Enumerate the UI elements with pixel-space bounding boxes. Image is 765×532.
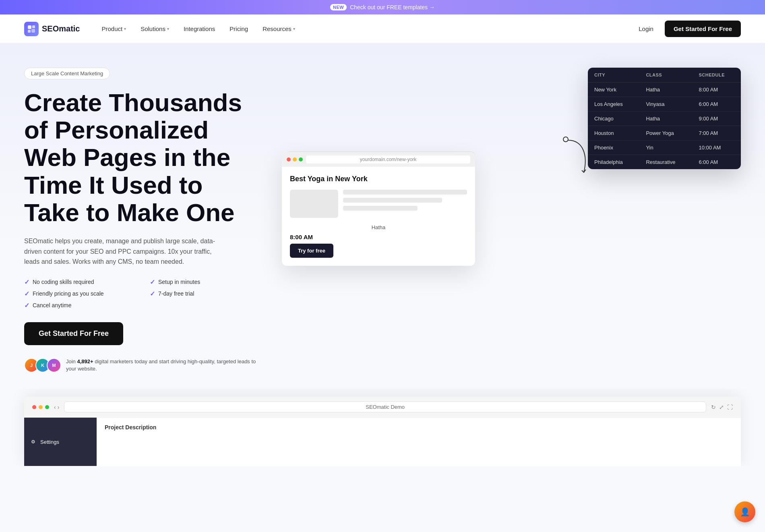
- social-proof-text: Join 4,892+ digital marketers today and …: [66, 358, 266, 373]
- data-table-card: CITY CLASS SCHEDULE New YorkHatha8:00 AM…: [588, 68, 741, 169]
- demo-main: Project Description: [97, 418, 741, 466]
- check-icon: ✓: [150, 278, 155, 286]
- nav-links: Product ▾ Solutions ▾ Integrations Prici…: [96, 22, 634, 35]
- table-cell: Phoenix: [588, 141, 639, 155]
- table-row: PhiladelphiaRestaurative6:00 AM: [588, 155, 741, 170]
- nav-product[interactable]: Product ▾: [96, 22, 132, 35]
- table-cell: Philadelphia: [588, 155, 639, 170]
- demo-browser-bar: ‹ › SEOmatic Demo ↻ ⤢ ⛶: [24, 397, 741, 418]
- table-cell: Yin: [639, 141, 692, 155]
- bottom-section: ‹ › SEOmatic Demo ↻ ⤢ ⛶ ⚙ Settings Proje…: [0, 389, 765, 466]
- table-cell: 6:00 AM: [692, 97, 741, 112]
- arrow-decoration: [560, 136, 592, 176]
- svg-rect-3: [31, 29, 35, 33]
- svg-rect-0: [28, 25, 31, 29]
- new-badge: NEW: [330, 4, 347, 10]
- table-row: New YorkHatha8:00 AM: [588, 83, 741, 97]
- check-icon: ✓: [24, 290, 29, 298]
- nav-resources[interactable]: Resources ▾: [257, 22, 301, 35]
- table-cell: Power Yoga: [639, 126, 692, 141]
- demo-main-title: Project Description: [105, 424, 733, 431]
- browser-dot-green: [299, 157, 303, 161]
- yoga-time: 8:00 AM: [290, 234, 467, 240]
- table-cell: Los Angeles: [588, 97, 639, 112]
- table-row: HoustonPower Yoga7:00 AM: [588, 126, 741, 141]
- table-cell: Houston: [588, 126, 639, 141]
- check-item-3: ✓ Friendly pricing as you scale: [24, 290, 140, 298]
- hero-left: Large Scale Content Marketing Create Tho…: [24, 68, 266, 373]
- demo-browser-actions: ↻ ⤢ ⛶: [711, 404, 733, 410]
- check-item-1: ✓ No coding skills required: [24, 278, 140, 286]
- nav-pricing[interactable]: Pricing: [224, 22, 254, 35]
- fullscreen-icon[interactable]: ⛶: [727, 404, 733, 410]
- check-icon: ✓: [150, 290, 155, 298]
- browser-content: Best Yoga in New York Hatha 8:00 AM Try …: [282, 167, 475, 266]
- table-cell: New York: [588, 83, 639, 97]
- hero-badge: Large Scale Content Marketing: [24, 68, 110, 79]
- chevron-down-icon: ▾: [167, 27, 169, 31]
- chevron-down-icon: ▾: [124, 27, 126, 31]
- settings-icon: ⚙: [29, 438, 37, 446]
- table-row: PhoenixYin10:00 AM: [588, 141, 741, 155]
- demo-browser-dots: [32, 405, 49, 409]
- table-cell: Hatha: [639, 112, 692, 126]
- nav-cta-button[interactable]: Get Started For Free: [665, 21, 741, 37]
- nav-arrows: ‹ ›: [54, 404, 59, 410]
- check-item-2: ✓ Setup in minutes: [150, 278, 266, 286]
- logo[interactable]: SEOmatic: [24, 22, 80, 36]
- table-cell: Restaurative: [639, 155, 692, 170]
- nav-integrations[interactable]: Integrations: [178, 22, 221, 35]
- external-link-icon[interactable]: ⤢: [719, 404, 724, 410]
- browser-card: yourdomain.com/new-york Best Yoga in New…: [282, 152, 475, 266]
- hero-right: CITY CLASS SCHEDULE New YorkHatha8:00 AM…: [290, 68, 741, 269]
- table-cell: 10:00 AM: [692, 141, 741, 155]
- browser-page-title: Best Yoga in New York: [290, 175, 467, 183]
- logo-text: SEOmatic: [42, 24, 80, 33]
- settings-label: Settings: [40, 439, 59, 445]
- forward-icon[interactable]: ›: [58, 404, 60, 410]
- browser-dot-red: [287, 157, 291, 161]
- nav-solutions[interactable]: Solutions ▾: [135, 22, 175, 35]
- hero-checks: ✓ No coding skills required ✓ Setup in m…: [24, 278, 266, 309]
- content-text-lines: [343, 190, 467, 218]
- check-icon: ✓: [24, 302, 29, 309]
- browser-bar: yourdomain.com/new-york: [282, 152, 475, 167]
- demo-sidebar: ⚙ Settings: [24, 418, 97, 466]
- avatar: M: [47, 358, 61, 373]
- content-image-placeholder: [290, 190, 338, 218]
- refresh-icon[interactable]: ↻: [711, 404, 716, 410]
- browser-dots: [287, 157, 303, 161]
- navbar: SEOmatic Product ▾ Solutions ▾ Integrati…: [0, 14, 765, 43]
- table-cell: 7:00 AM: [692, 126, 741, 141]
- hero-cta-button[interactable]: Get Started For Free: [24, 322, 123, 345]
- text-placeholder: [343, 206, 418, 211]
- banner-link[interactable]: Check out our FREE templates →: [350, 4, 435, 10]
- table-cell: Vinyasa: [639, 97, 692, 112]
- logo-icon: [24, 22, 39, 36]
- hero-title: Create Thousands of Personalized Web Pag…: [24, 89, 266, 226]
- svg-rect-2: [28, 30, 31, 33]
- table-cell: 8:00 AM: [692, 83, 741, 97]
- check-icon: ✓: [24, 278, 29, 286]
- table-cell: 9:00 AM: [692, 112, 741, 126]
- demo-url-bar: SEOmatic Demo: [64, 402, 706, 412]
- table-header-class: CLASS: [639, 68, 692, 83]
- content-block: [290, 190, 467, 218]
- nav-actions: Login Get Started For Free: [634, 21, 741, 37]
- table-row: ChicagoHatha9:00 AM: [588, 112, 741, 126]
- chevron-down-icon: ▾: [293, 27, 295, 31]
- back-icon[interactable]: ‹: [54, 404, 56, 410]
- social-proof: J K M Join 4,892+ digital marketers toda…: [24, 358, 266, 373]
- text-placeholder: [343, 198, 442, 203]
- demo-dot-red: [32, 405, 36, 409]
- hero-section: Large Scale Content Marketing Create Tho…: [0, 43, 765, 389]
- avatar-group: J K M: [24, 358, 61, 373]
- yoga-schedule-table: CITY CLASS SCHEDULE New YorkHatha8:00 AM…: [588, 68, 741, 169]
- try-free-button[interactable]: Try for free: [290, 244, 333, 258]
- check-item-5: ✓ Cancel anytime: [24, 302, 140, 309]
- browser-url-bar: yourdomain.com/new-york: [306, 155, 470, 164]
- demo-browser: ‹ › SEOmatic Demo ↻ ⤢ ⛶ ⚙ Settings Proje…: [24, 397, 741, 466]
- top-banner: NEW Check out our FREE templates →: [0, 0, 765, 14]
- login-button[interactable]: Login: [634, 22, 658, 35]
- svg-rect-1: [32, 25, 35, 28]
